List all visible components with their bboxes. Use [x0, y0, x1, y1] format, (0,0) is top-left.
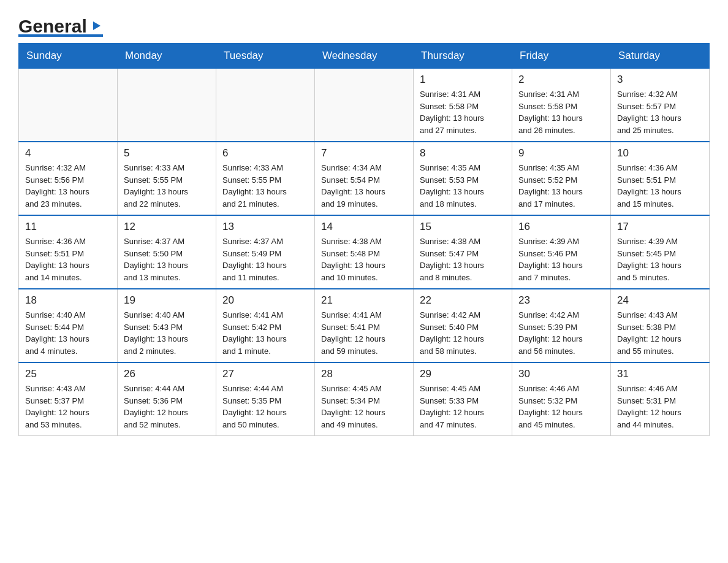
day-number: 2: [518, 74, 604, 86]
calendar-day: 3Sunrise: 4:32 AM Sunset: 5:57 PM Daylig…: [611, 69, 710, 142]
day-number: 19: [124, 294, 210, 307]
day-number: 3: [617, 74, 703, 86]
day-number: 11: [25, 221, 111, 233]
day-number: 12: [124, 221, 210, 233]
column-header-friday: Friday: [512, 44, 611, 69]
calendar-day: 6Sunrise: 4:33 AM Sunset: 5:55 PM Daylig…: [216, 142, 315, 215]
calendar-day: 19Sunrise: 4:40 AM Sunset: 5:43 PM Dayli…: [118, 289, 216, 362]
day-number: 8: [420, 147, 506, 159]
calendar-day: 20Sunrise: 4:41 AM Sunset: 5:42 PM Dayli…: [216, 289, 315, 362]
day-number: 6: [222, 147, 308, 159]
calendar-day: [315, 69, 414, 142]
day-number: 26: [124, 368, 210, 380]
calendar-day: 2Sunrise: 4:31 AM Sunset: 5:58 PM Daylig…: [512, 69, 611, 142]
day-number: 4: [25, 147, 111, 159]
column-header-thursday: Thursday: [414, 44, 512, 69]
logo-general: General: [18, 17, 87, 36]
calendar-day: 14Sunrise: 4:38 AM Sunset: 5:48 PM Dayli…: [315, 215, 414, 289]
calendar-day: 21Sunrise: 4:41 AM Sunset: 5:41 PM Dayli…: [315, 289, 414, 362]
day-info: Sunrise: 4:45 AM Sunset: 5:34 PM Dayligh…: [321, 383, 407, 431]
calendar-day: 27Sunrise: 4:44 AM Sunset: 5:35 PM Dayli…: [216, 362, 315, 436]
calendar-week-3: 11Sunrise: 4:36 AM Sunset: 5:51 PM Dayli…: [19, 215, 710, 289]
calendar-day: 25Sunrise: 4:43 AM Sunset: 5:37 PM Dayli…: [19, 362, 118, 436]
day-number: 23: [518, 294, 604, 307]
calendar-day: 13Sunrise: 4:37 AM Sunset: 5:49 PM Dayli…: [216, 215, 315, 289]
day-info: Sunrise: 4:40 AM Sunset: 5:43 PM Dayligh…: [124, 309, 210, 357]
day-number: 22: [420, 294, 506, 307]
day-info: Sunrise: 4:41 AM Sunset: 5:42 PM Dayligh…: [222, 309, 308, 357]
day-number: 17: [617, 221, 703, 233]
day-info: Sunrise: 4:38 AM Sunset: 5:48 PM Dayligh…: [321, 236, 407, 283]
day-number: 9: [518, 147, 604, 159]
day-info: Sunrise: 4:31 AM Sunset: 5:58 PM Dayligh…: [420, 88, 506, 136]
column-header-saturday: Saturday: [611, 44, 710, 69]
day-number: 28: [321, 368, 407, 380]
column-header-sunday: Sunday: [19, 44, 118, 69]
day-number: 31: [617, 368, 703, 380]
calendar-day: 24Sunrise: 4:43 AM Sunset: 5:38 PM Dayli…: [611, 289, 710, 362]
column-header-wednesday: Wednesday: [315, 44, 414, 69]
calendar-day: 5Sunrise: 4:33 AM Sunset: 5:55 PM Daylig…: [118, 142, 216, 215]
calendar-day: 9Sunrise: 4:35 AM Sunset: 5:52 PM Daylig…: [512, 142, 611, 215]
day-info: Sunrise: 4:44 AM Sunset: 5:35 PM Dayligh…: [222, 383, 308, 431]
day-info: Sunrise: 4:34 AM Sunset: 5:54 PM Dayligh…: [321, 162, 407, 210]
day-info: Sunrise: 4:41 AM Sunset: 5:41 PM Dayligh…: [321, 309, 407, 357]
calendar-day: 10Sunrise: 4:36 AM Sunset: 5:51 PM Dayli…: [611, 142, 710, 215]
calendar-week-4: 18Sunrise: 4:40 AM Sunset: 5:44 PM Dayli…: [19, 289, 710, 362]
logo: General: [18, 12, 103, 37]
day-number: 1: [420, 74, 506, 86]
day-number: 29: [420, 368, 506, 380]
day-info: Sunrise: 4:31 AM Sunset: 5:58 PM Dayligh…: [518, 88, 604, 136]
logo-icon: [89, 17, 103, 36]
calendar-day: 18Sunrise: 4:40 AM Sunset: 5:44 PM Dayli…: [19, 289, 118, 362]
day-info: Sunrise: 4:44 AM Sunset: 5:36 PM Dayligh…: [124, 383, 210, 431]
day-info: Sunrise: 4:37 AM Sunset: 5:50 PM Dayligh…: [124, 236, 210, 283]
calendar-day: 22Sunrise: 4:42 AM Sunset: 5:40 PM Dayli…: [414, 289, 512, 362]
day-number: 15: [420, 221, 506, 233]
calendar-day: 31Sunrise: 4:46 AM Sunset: 5:31 PM Dayli…: [611, 362, 710, 436]
calendar-day: 16Sunrise: 4:39 AM Sunset: 5:46 PM Dayli…: [512, 215, 611, 289]
day-info: Sunrise: 4:37 AM Sunset: 5:49 PM Dayligh…: [222, 236, 308, 283]
day-info: Sunrise: 4:36 AM Sunset: 5:51 PM Dayligh…: [25, 236, 111, 283]
day-number: 24: [617, 294, 703, 307]
day-info: Sunrise: 4:45 AM Sunset: 5:33 PM Dayligh…: [420, 383, 506, 431]
day-number: 13: [222, 221, 308, 233]
calendar-day: 11Sunrise: 4:36 AM Sunset: 5:51 PM Dayli…: [19, 215, 118, 289]
day-info: Sunrise: 4:32 AM Sunset: 5:57 PM Dayligh…: [617, 88, 703, 136]
calendar-day: 23Sunrise: 4:42 AM Sunset: 5:39 PM Dayli…: [512, 289, 611, 362]
calendar-day: [118, 69, 216, 142]
day-info: Sunrise: 4:38 AM Sunset: 5:47 PM Dayligh…: [420, 236, 506, 283]
day-number: 30: [518, 368, 604, 380]
day-number: 14: [321, 221, 407, 233]
day-number: 5: [124, 147, 210, 159]
day-number: 27: [222, 368, 308, 380]
day-number: 16: [518, 221, 604, 233]
calendar-day: 28Sunrise: 4:45 AM Sunset: 5:34 PM Dayli…: [315, 362, 414, 436]
day-info: Sunrise: 4:32 AM Sunset: 5:56 PM Dayligh…: [25, 162, 111, 210]
calendar-day: 29Sunrise: 4:45 AM Sunset: 5:33 PM Dayli…: [414, 362, 512, 436]
calendar-day: 15Sunrise: 4:38 AM Sunset: 5:47 PM Dayli…: [414, 215, 512, 289]
day-info: Sunrise: 4:42 AM Sunset: 5:39 PM Dayligh…: [518, 309, 604, 357]
calendar-week-2: 4Sunrise: 4:32 AM Sunset: 5:56 PM Daylig…: [19, 142, 710, 215]
day-info: Sunrise: 4:43 AM Sunset: 5:37 PM Dayligh…: [25, 383, 111, 431]
day-info: Sunrise: 4:33 AM Sunset: 5:55 PM Dayligh…: [222, 162, 308, 210]
day-number: 25: [25, 368, 111, 380]
calendar-day: 8Sunrise: 4:35 AM Sunset: 5:53 PM Daylig…: [414, 142, 512, 215]
day-info: Sunrise: 4:39 AM Sunset: 5:46 PM Dayligh…: [518, 236, 604, 283]
day-info: Sunrise: 4:46 AM Sunset: 5:32 PM Dayligh…: [518, 383, 604, 431]
calendar-week-1: 1Sunrise: 4:31 AM Sunset: 5:58 PM Daylig…: [19, 69, 710, 142]
calendar-day: [19, 69, 118, 142]
calendar-day: 12Sunrise: 4:37 AM Sunset: 5:50 PM Dayli…: [118, 215, 216, 289]
calendar-day: 7Sunrise: 4:34 AM Sunset: 5:54 PM Daylig…: [315, 142, 414, 215]
page-header: General: [18, 12, 710, 37]
svg-marker-0: [93, 21, 100, 30]
day-info: Sunrise: 4:33 AM Sunset: 5:55 PM Dayligh…: [124, 162, 210, 210]
day-info: Sunrise: 4:43 AM Sunset: 5:38 PM Dayligh…: [617, 309, 703, 357]
calendar-day: 26Sunrise: 4:44 AM Sunset: 5:36 PM Dayli…: [118, 362, 216, 436]
calendar-table: SundayMondayTuesdayWednesdayThursdayFrid…: [18, 43, 710, 436]
day-info: Sunrise: 4:42 AM Sunset: 5:40 PM Dayligh…: [420, 309, 506, 357]
day-number: 7: [321, 147, 407, 159]
calendar-day: 30Sunrise: 4:46 AM Sunset: 5:32 PM Dayli…: [512, 362, 611, 436]
day-info: Sunrise: 4:35 AM Sunset: 5:52 PM Dayligh…: [518, 162, 604, 210]
day-number: 21: [321, 294, 407, 307]
